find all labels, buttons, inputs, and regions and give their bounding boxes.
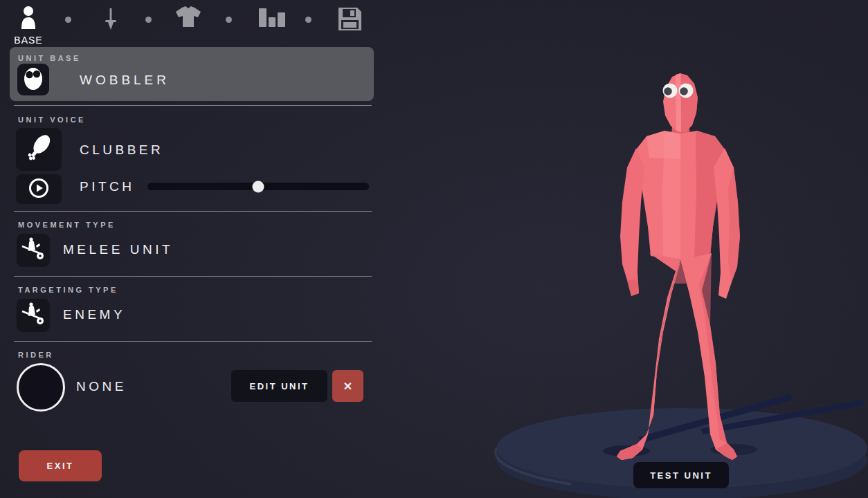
section-divider	[14, 105, 372, 106]
rider-label: RIDER	[18, 351, 54, 359]
tab-base-label: BASE	[14, 35, 42, 46]
person-icon	[18, 6, 39, 33]
section-divider	[14, 276, 372, 277]
rider-slot[interactable]	[17, 363, 65, 412]
remove-rider-button[interactable]: ✕	[332, 370, 363, 402]
exit-button[interactable]: EXIT	[19, 450, 102, 481]
club-icon	[22, 131, 55, 167]
wobbler-character-scene	[388, 0, 868, 498]
pitch-label: PITCH	[80, 179, 135, 194]
sword-icon	[98, 6, 123, 35]
targeting-type-value: ENEMY	[63, 307, 125, 322]
movement-type-label: MOVEMENT TYPE	[18, 221, 116, 229]
unit-base-value: WOBBLER	[80, 73, 170, 88]
voice-play-button[interactable]	[16, 174, 62, 204]
shirt-icon	[173, 6, 204, 33]
movement-type-value: MELEE UNIT	[63, 242, 173, 257]
save-icon	[336, 6, 363, 35]
section-divider	[14, 211, 372, 212]
tab-clothing[interactable]	[170, 6, 206, 46]
toolbar-separator-dot	[305, 17, 311, 23]
unit-preview-viewport[interactable]	[388, 0, 868, 498]
unit-base-label: UNIT BASE	[18, 54, 81, 62]
unit-voice-label: UNIT VOICE	[18, 116, 86, 124]
pitch-slider[interactable]	[147, 183, 369, 190]
targeting-type-label: TARGETING TYPE	[18, 286, 118, 294]
toolbar-separator-dot	[226, 17, 232, 23]
unit-voice-tile[interactable]	[16, 128, 62, 171]
targeting-type-tile[interactable]	[17, 299, 50, 332]
tab-stats[interactable]	[252, 6, 288, 46]
target-unit-icon	[20, 301, 46, 330]
rider-value: NONE	[76, 379, 127, 394]
tab-base[interactable]: BASE	[10, 6, 46, 46]
play-icon	[28, 178, 49, 201]
movement-type-tile[interactable]	[17, 234, 50, 267]
unit-base-row[interactable]: UNIT BASE WOBBLER	[10, 47, 374, 101]
unit-voice-value: CLUBBER	[80, 142, 163, 158]
edit-unit-button[interactable]: EDIT UNIT	[231, 370, 327, 402]
section-divider	[14, 341, 372, 342]
bar-chart-icon	[253, 6, 287, 33]
wobbler-character	[617, 73, 740, 460]
test-unit-button[interactable]: TEST UNIT	[633, 462, 729, 488]
pitch-slider-knob[interactable]	[253, 181, 264, 192]
tab-save[interactable]	[332, 6, 368, 46]
toolbar-separator-dot	[65, 17, 71, 23]
wobbler-face-icon	[21, 65, 45, 94]
tab-weapon[interactable]	[93, 6, 129, 46]
unit-base-tile[interactable]	[17, 64, 49, 95]
melee-unit-icon	[20, 236, 46, 265]
toolbar-separator-dot	[145, 17, 152, 23]
